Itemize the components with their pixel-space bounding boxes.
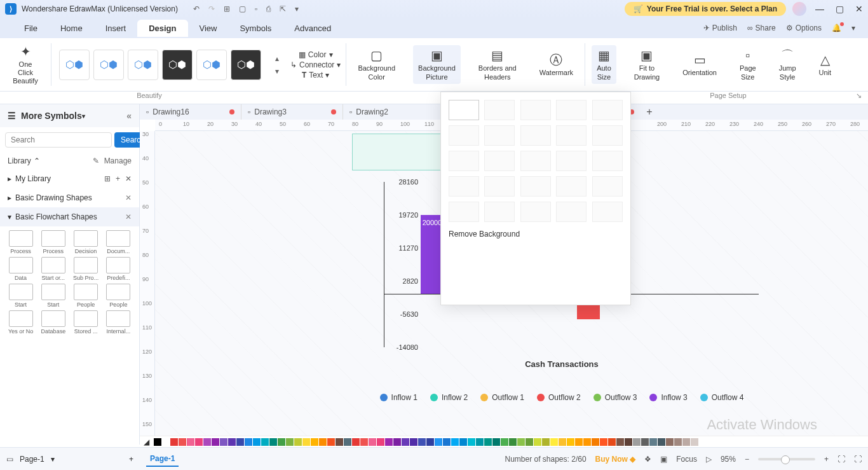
jump-style-button[interactable]: ⌒ Jump Style: [774, 45, 801, 83]
close-section-icon[interactable]: ✕: [125, 212, 132, 221]
color-swatch[interactable]: [501, 438, 508, 446]
background-picture-button[interactable]: ▣ Background Picture: [413, 45, 461, 83]
focus-button[interactable]: Focus: [676, 455, 697, 464]
background-thumb[interactable]: [556, 125, 587, 146]
color-swatch[interactable]: [212, 438, 219, 446]
color-swatch[interactable]: [203, 438, 211, 446]
color-swatch[interactable]: [509, 438, 517, 446]
fullscreen-icon[interactable]: ⛶: [854, 455, 862, 464]
hamburger-icon[interactable]: ☰: [8, 111, 16, 121]
shape-item[interactable]: Process: [37, 230, 69, 254]
background-thumb[interactable]: [484, 176, 515, 197]
shape-item[interactable]: Sub Pro...: [71, 257, 102, 281]
watermark-button[interactable]: Ⓐ Watermark: [534, 50, 578, 79]
background-thumb[interactable]: [592, 125, 623, 146]
background-color-button[interactable]: ▢ Background Color: [353, 45, 400, 83]
color-swatch[interactable]: [402, 438, 409, 446]
color-swatch[interactable]: [649, 438, 657, 446]
color-swatch[interactable]: [302, 438, 310, 446]
menu-symbols[interactable]: Symbols: [228, 20, 283, 37]
shape-item[interactable]: Data: [5, 257, 36, 281]
theme-thumb[interactable]: ⬡⬢: [231, 50, 261, 80]
print-icon[interactable]: ⎙: [266, 4, 271, 13]
color-swatch[interactable]: [658, 438, 665, 446]
shape-item[interactable]: Database: [37, 310, 69, 335]
open-icon[interactable]: ▢: [239, 4, 246, 13]
collapse-panel-icon[interactable]: «: [126, 111, 132, 121]
color-swatch[interactable]: [666, 438, 674, 446]
buy-now-link[interactable]: Buy Now ◆: [595, 455, 636, 464]
color-swatch[interactable]: [170, 438, 178, 446]
color-swatch[interactable]: [393, 438, 401, 446]
color-swatch[interactable]: [592, 438, 599, 446]
background-thumb[interactable]: [520, 176, 551, 197]
qat-dropdown-icon[interactable]: ▾: [295, 4, 299, 13]
menu-insert[interactable]: Insert: [94, 20, 138, 37]
background-thumb[interactable]: [449, 176, 479, 197]
edit-icon[interactable]: ✎: [93, 156, 99, 165]
shape-item[interactable]: People: [103, 284, 134, 308]
background-thumb[interactable]: [592, 151, 623, 171]
color-swatch[interactable]: [559, 438, 566, 446]
orientation-button[interactable]: ▭ Orientation: [677, 50, 722, 79]
color-swatch[interactable]: [542, 438, 550, 446]
zoom-out-button[interactable]: −: [745, 455, 749, 464]
color-swatch[interactable]: [377, 438, 384, 446]
maximize-icon[interactable]: ▢: [836, 4, 844, 14]
color-swatch[interactable]: [278, 438, 285, 446]
theme-thumb[interactable]: ⬡⬢: [196, 50, 227, 80]
add-icon[interactable]: +: [116, 174, 120, 183]
presentation-icon[interactable]: ▣: [660, 455, 667, 464]
remove-background-button[interactable]: Remove Background: [449, 230, 623, 238]
background-thumb[interactable]: [449, 125, 479, 146]
color-swatch[interactable]: [154, 438, 161, 446]
color-swatch[interactable]: [426, 438, 434, 446]
close-icon[interactable]: ✕: [855, 4, 863, 14]
color-swatch[interactable]: [517, 438, 525, 446]
theme-gallery[interactable]: ⬡⬢ ⬡⬢ ⬡⬢ ⬡⬢ ⬡⬢ ⬡⬢: [59, 50, 261, 80]
color-swatch[interactable]: [641, 438, 649, 446]
background-thumb[interactable]: [520, 151, 551, 171]
color-swatch[interactable]: [410, 438, 417, 446]
unit-button[interactable]: △ Unit: [814, 50, 837, 79]
background-thumb[interactable]: [484, 202, 515, 222]
add-page-button[interactable]: +: [129, 455, 133, 464]
shape-item[interactable]: Start or...: [37, 257, 69, 281]
shape-item[interactable]: Docum...: [103, 230, 134, 254]
color-swatch[interactable]: [674, 438, 682, 446]
fit-page-icon[interactable]: ⛶: [837, 455, 845, 464]
fill-icon[interactable]: ◢: [144, 438, 149, 446]
user-avatar[interactable]: [792, 2, 806, 16]
fit-to-drawing-button[interactable]: ▣ Fit to Drawing: [629, 45, 665, 83]
notification-icon[interactable]: 🔔: [832, 24, 841, 32]
color-swatch[interactable]: [468, 438, 475, 446]
background-thumb[interactable]: [556, 202, 587, 222]
close-section-icon[interactable]: ✕: [125, 193, 132, 202]
background-thumb[interactable]: [592, 202, 623, 222]
library-section[interactable]: ▾Basic Flowchart Shapes ✕: [0, 207, 139, 226]
redo-icon[interactable]: ↷: [208, 4, 215, 13]
color-swatch[interactable]: [162, 438, 170, 446]
zoom-in-button[interactable]: +: [824, 455, 829, 464]
page-dropdown-icon[interactable]: ▾: [51, 455, 55, 464]
color-swatch[interactable]: [600, 438, 607, 446]
auto-size-button[interactable]: ▦ Auto Size: [592, 45, 616, 83]
background-thumb[interactable]: [556, 176, 587, 197]
shape-item[interactable]: People: [71, 284, 102, 308]
background-thumb[interactable]: [484, 100, 515, 120]
doc-tab[interactable]: ▫Drawing3: [241, 104, 343, 120]
play-icon[interactable]: ▷: [706, 455, 712, 464]
color-swatch[interactable]: [220, 438, 227, 446]
options-button[interactable]: ⚙Options: [786, 24, 822, 32]
shape-item[interactable]: Predefi...: [103, 257, 134, 281]
color-swatch[interactable]: [385, 438, 393, 446]
borders-headers-button[interactable]: ▤ Borders and Headers: [473, 45, 522, 83]
color-swatch[interactable]: [187, 438, 194, 446]
search-input[interactable]: [5, 132, 112, 148]
color-swatch[interactable]: [179, 438, 186, 446]
menu-home[interactable]: Home: [49, 20, 94, 37]
color-swatch[interactable]: [567, 438, 574, 446]
background-thumb[interactable]: [449, 100, 479, 120]
library-section[interactable]: ▸My Library ⊞ + ✕: [0, 169, 139, 188]
background-thumb[interactable]: [556, 151, 587, 171]
